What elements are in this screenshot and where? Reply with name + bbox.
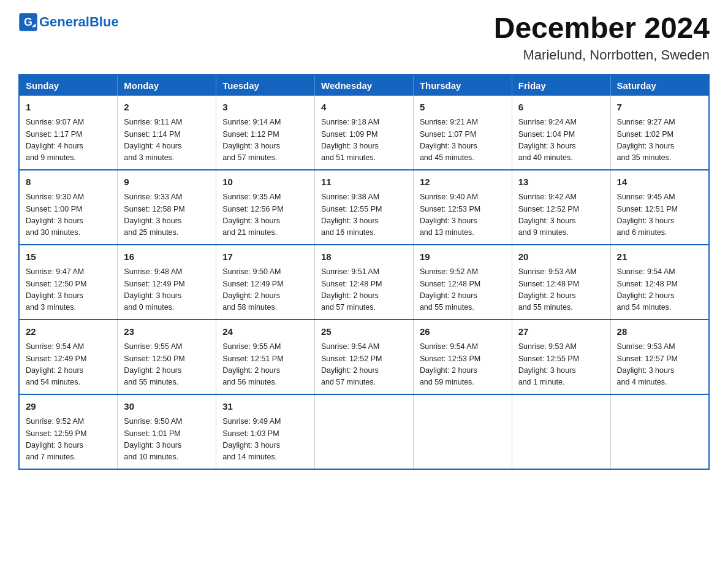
week-row-4: 22Sunrise: 9:54 AM Sunset: 12:49 PM Dayl… — [19, 320, 709, 394]
day-info: Sunrise: 9:35 AM Sunset: 12:56 PM Daylig… — [222, 191, 308, 239]
day-number: 17 — [222, 250, 308, 264]
day-number: 8 — [26, 175, 111, 190]
day-info: Sunrise: 9:51 AM Sunset: 12:48 PM Daylig… — [321, 266, 407, 314]
day-cell: 25Sunrise: 9:54 AM Sunset: 12:52 PM Dayl… — [315, 320, 414, 394]
week-row-1: 1Sunrise: 9:07 AM Sunset: 1:17 PM Daylig… — [19, 96, 709, 170]
week-row-5: 29Sunrise: 9:52 AM Sunset: 12:59 PM Dayl… — [19, 394, 709, 469]
day-number: 24 — [222, 325, 308, 339]
day-info: Sunrise: 9:40 AM Sunset: 12:53 PM Daylig… — [420, 191, 506, 239]
day-cell — [610, 394, 709, 469]
day-info: Sunrise: 9:54 AM Sunset: 12:49 PM Daylig… — [26, 341, 111, 389]
day-info: Sunrise: 9:18 AM Sunset: 1:09 PM Dayligh… — [321, 117, 407, 164]
day-number: 19 — [420, 250, 506, 264]
day-info: Sunrise: 9:07 AM Sunset: 1:17 PM Dayligh… — [26, 117, 111, 164]
day-number: 27 — [518, 325, 604, 339]
header: G GeneralBlue December 2024 Marielund, N… — [18, 12, 710, 63]
day-number: 25 — [321, 325, 407, 339]
day-cell — [413, 394, 512, 469]
day-info: Sunrise: 9:53 AM Sunset: 12:55 PM Daylig… — [518, 341, 604, 389]
header-cell-thursday: Thursday — [413, 75, 512, 96]
day-info: Sunrise: 9:54 AM Sunset: 12:48 PM Daylig… — [617, 266, 702, 314]
week-row-2: 8Sunrise: 9:30 AM Sunset: 1:00 PM Daylig… — [19, 170, 709, 245]
day-info: Sunrise: 9:53 AM Sunset: 12:57 PM Daylig… — [617, 341, 702, 389]
title-area: December 2024 Marielund, Norrbotten, Swe… — [494, 12, 710, 63]
day-number: 5 — [420, 101, 506, 115]
day-cell: 1Sunrise: 9:07 AM Sunset: 1:17 PM Daylig… — [19, 96, 118, 170]
day-number: 15 — [26, 250, 111, 264]
day-cell: 7Sunrise: 9:27 AM Sunset: 1:02 PM Daylig… — [610, 96, 709, 170]
day-number: 18 — [321, 250, 407, 264]
day-info: Sunrise: 9:50 AM Sunset: 12:49 PM Daylig… — [222, 266, 308, 314]
day-number: 20 — [518, 250, 604, 264]
day-cell: 24Sunrise: 9:55 AM Sunset: 12:51 PM Dayl… — [216, 320, 315, 394]
day-cell: 21Sunrise: 9:54 AM Sunset: 12:48 PM Dayl… — [610, 245, 709, 320]
day-number: 1 — [26, 101, 111, 115]
day-number: 31 — [222, 400, 308, 414]
day-info: Sunrise: 9:11 AM Sunset: 1:14 PM Dayligh… — [124, 117, 210, 164]
header-cell-monday: Monday — [118, 75, 216, 96]
day-cell: 28Sunrise: 9:53 AM Sunset: 12:57 PM Dayl… — [610, 320, 709, 394]
day-number: 13 — [518, 175, 604, 190]
day-cell: 12Sunrise: 9:40 AM Sunset: 12:53 PM Dayl… — [413, 170, 512, 245]
day-cell: 22Sunrise: 9:54 AM Sunset: 12:49 PM Dayl… — [19, 320, 118, 394]
day-number: 30 — [124, 400, 210, 414]
day-info: Sunrise: 9:48 AM Sunset: 12:49 PM Daylig… — [124, 266, 210, 314]
calendar-header: SundayMondayTuesdayWednesdayThursdayFrid… — [19, 75, 709, 96]
day-number: 16 — [124, 250, 210, 264]
day-number: 29 — [26, 400, 111, 414]
day-info: Sunrise: 9:50 AM Sunset: 1:01 PM Dayligh… — [124, 416, 210, 464]
day-cell: 26Sunrise: 9:54 AM Sunset: 12:53 PM Dayl… — [413, 320, 512, 394]
day-number: 26 — [420, 325, 506, 339]
day-cell: 11Sunrise: 9:38 AM Sunset: 12:55 PM Dayl… — [315, 170, 414, 245]
day-cell — [315, 394, 414, 469]
calendar-table: SundayMondayTuesdayWednesdayThursdayFrid… — [18, 74, 710, 470]
week-row-3: 15Sunrise: 9:47 AM Sunset: 12:50 PM Dayl… — [19, 245, 709, 320]
day-number: 12 — [420, 175, 506, 190]
day-cell: 18Sunrise: 9:51 AM Sunset: 12:48 PM Dayl… — [315, 245, 414, 320]
header-cell-sunday: Sunday — [19, 75, 118, 96]
day-cell: 6Sunrise: 9:24 AM Sunset: 1:04 PM Daylig… — [512, 96, 610, 170]
day-info: Sunrise: 9:21 AM Sunset: 1:07 PM Dayligh… — [420, 117, 506, 164]
logo-blue: Blue — [89, 14, 119, 29]
day-number: 11 — [321, 175, 407, 190]
day-info: Sunrise: 9:30 AM Sunset: 1:00 PM Dayligh… — [26, 191, 111, 239]
day-cell: 20Sunrise: 9:53 AM Sunset: 12:48 PM Dayl… — [512, 245, 610, 320]
day-info: Sunrise: 9:27 AM Sunset: 1:02 PM Dayligh… — [617, 117, 702, 164]
day-number: 7 — [617, 101, 702, 115]
day-info: Sunrise: 9:45 AM Sunset: 12:51 PM Daylig… — [617, 191, 702, 239]
day-cell: 14Sunrise: 9:45 AM Sunset: 12:51 PM Dayl… — [610, 170, 709, 245]
day-cell: 23Sunrise: 9:55 AM Sunset: 12:50 PM Dayl… — [118, 320, 216, 394]
day-info: Sunrise: 9:55 AM Sunset: 12:51 PM Daylig… — [222, 341, 308, 389]
header-cell-saturday: Saturday — [610, 75, 709, 96]
day-number: 14 — [617, 175, 702, 190]
day-cell: 2Sunrise: 9:11 AM Sunset: 1:14 PM Daylig… — [118, 96, 216, 170]
header-cell-tuesday: Tuesday — [216, 75, 315, 96]
day-number: 6 — [518, 101, 604, 115]
day-info: Sunrise: 9:38 AM Sunset: 12:55 PM Daylig… — [321, 191, 407, 239]
day-cell: 15Sunrise: 9:47 AM Sunset: 12:50 PM Dayl… — [19, 245, 118, 320]
day-number: 23 — [124, 325, 210, 339]
day-info: Sunrise: 9:42 AM Sunset: 12:52 PM Daylig… — [518, 191, 604, 239]
day-info: Sunrise: 9:52 AM Sunset: 12:59 PM Daylig… — [26, 416, 111, 464]
day-cell: 16Sunrise: 9:48 AM Sunset: 12:49 PM Dayl… — [118, 245, 216, 320]
day-info: Sunrise: 9:14 AM Sunset: 1:12 PM Dayligh… — [222, 117, 308, 164]
logo-general: General — [39, 14, 89, 29]
day-info: Sunrise: 9:53 AM Sunset: 12:48 PM Daylig… — [518, 266, 604, 314]
day-info: Sunrise: 9:54 AM Sunset: 12:53 PM Daylig… — [420, 341, 506, 389]
day-cell: 5Sunrise: 9:21 AM Sunset: 1:07 PM Daylig… — [413, 96, 512, 170]
day-cell: 8Sunrise: 9:30 AM Sunset: 1:00 PM Daylig… — [19, 170, 118, 245]
header-cell-wednesday: Wednesday — [315, 75, 414, 96]
day-cell: 13Sunrise: 9:42 AM Sunset: 12:52 PM Dayl… — [512, 170, 610, 245]
day-cell: 31Sunrise: 9:49 AM Sunset: 1:03 PM Dayli… — [216, 394, 315, 469]
day-number: 10 — [222, 175, 308, 190]
day-cell: 4Sunrise: 9:18 AM Sunset: 1:09 PM Daylig… — [315, 96, 414, 170]
logo: G GeneralBlue — [18, 12, 119, 32]
day-cell: 10Sunrise: 9:35 AM Sunset: 12:56 PM Dayl… — [216, 170, 315, 245]
calendar-subtitle: Marielund, Norrbotten, Sweden — [494, 47, 710, 63]
day-info: Sunrise: 9:52 AM Sunset: 12:48 PM Daylig… — [420, 266, 506, 314]
day-info: Sunrise: 9:24 AM Sunset: 1:04 PM Dayligh… — [518, 117, 604, 164]
day-info: Sunrise: 9:47 AM Sunset: 12:50 PM Daylig… — [26, 266, 111, 314]
day-number: 2 — [124, 101, 210, 115]
day-info: Sunrise: 9:55 AM Sunset: 12:50 PM Daylig… — [124, 341, 210, 389]
calendar-title: December 2024 — [494, 12, 710, 45]
